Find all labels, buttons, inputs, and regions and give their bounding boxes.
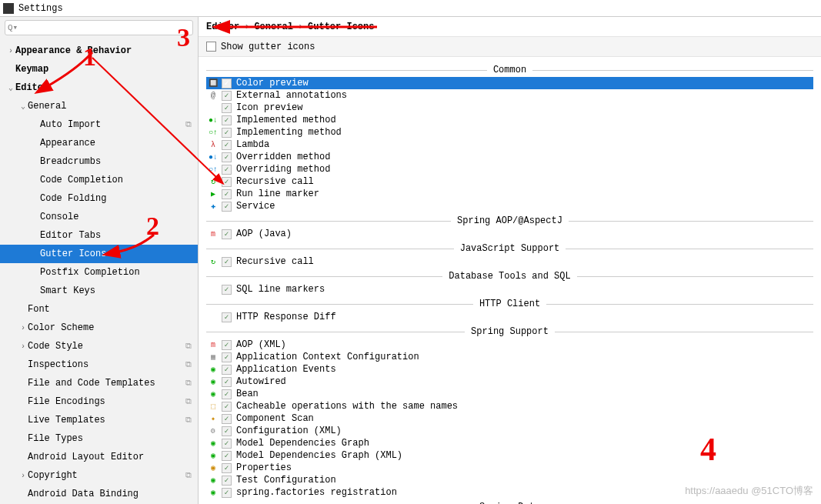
gutter-icon-row[interactable]: ○↑Overriding method bbox=[206, 163, 813, 175]
breadcrumb-general[interactable]: General bbox=[254, 22, 292, 32]
tree-item-editor-tabs[interactable]: Editor Tabs bbox=[0, 226, 198, 245]
gutter-icon-row[interactable]: mAOP (XML) bbox=[206, 339, 813, 351]
gutter-icon-label: Application Events bbox=[235, 364, 336, 375]
tree-item-android-data-binding[interactable]: Android Data Binding bbox=[0, 485, 198, 503]
gutter-icon-row[interactable]: λLambda bbox=[206, 139, 813, 151]
gutter-icon-checkbox[interactable] bbox=[222, 312, 232, 322]
gutter-icon-checkbox[interactable] bbox=[222, 463, 232, 473]
gutter-icon-row[interactable]: ✦Component Scan bbox=[206, 412, 813, 425]
gutter-icon-row[interactable]: ●↓Overridden method bbox=[206, 151, 813, 163]
gutter-icon-row[interactable]: ◉Autowired bbox=[206, 375, 813, 388]
gutter-icon-checkbox[interactable] bbox=[222, 377, 232, 387]
tree-item-file-types[interactable]: File Types bbox=[0, 429, 198, 448]
divider bbox=[206, 70, 487, 71]
gutter-icon-row[interactable]: SQL line markers bbox=[206, 283, 813, 295]
gutter-icon-checkbox[interactable] bbox=[222, 165, 232, 175]
tree-item-file-encodings[interactable]: File Encodings⧉ bbox=[0, 392, 198, 411]
gutter-icon-checkbox[interactable] bbox=[222, 177, 232, 187]
gutter-icon-checkbox[interactable] bbox=[222, 285, 232, 295]
gutter-icon-checkbox[interactable] bbox=[222, 340, 232, 350]
gutter-icon-row[interactable]: ↻Recursive call bbox=[206, 255, 813, 268]
gutter-icon-checkbox[interactable] bbox=[222, 115, 232, 125]
tree-item-code-folding[interactable]: Code Folding bbox=[0, 189, 198, 208]
settings-tree[interactable]: ›Appearance & BehaviorKeymap⌄Editor⌄Gene… bbox=[0, 38, 198, 504]
tree-item-appearance-behavior[interactable]: ›Appearance & Behavior bbox=[0, 42, 198, 60]
gutter-icon-row[interactable]: ▶Run line marker bbox=[206, 188, 813, 200]
gutter-icon-checkbox[interactable] bbox=[222, 229, 232, 239]
tree-item-label: Editor Tabs bbox=[40, 230, 192, 241]
tree-item-label: Color Scheme bbox=[28, 322, 192, 333]
tree-item-code-completion[interactable]: Code Completion bbox=[0, 171, 198, 189]
gutter-icon-row[interactable]: ◉Bean bbox=[206, 388, 813, 400]
tree-item-live-templates[interactable]: Live Templates⧉ bbox=[0, 411, 198, 429]
gutter-icon-row[interactable]: ○↑Implementing method bbox=[206, 126, 813, 139]
tree-item-general[interactable]: ⌄General bbox=[0, 97, 198, 115]
tree-item-auto-import[interactable]: Auto Import⧉ bbox=[0, 115, 198, 134]
tree-item-android-layout-editor[interactable]: Android Layout Editor bbox=[0, 448, 198, 466]
tree-item-editor[interactable]: ⌄Editor bbox=[0, 78, 198, 97]
gutter-icon-checkbox[interactable] bbox=[222, 257, 232, 267]
tree-item-color-scheme[interactable]: ›Color Scheme bbox=[0, 319, 198, 337]
breadcrumb-editor[interactable]: Editor bbox=[206, 22, 239, 32]
tree-item-code-style[interactable]: ›Code Style⧉ bbox=[0, 337, 198, 355]
tree-item-gutter-icons[interactable]: Gutter Icons bbox=[0, 245, 198, 263]
show-gutter-icons-row[interactable]: Show gutter icons bbox=[199, 37, 821, 57]
gutter-icon-row[interactable]: ✚Service bbox=[206, 200, 813, 212]
tree-item-console[interactable]: Console bbox=[0, 208, 198, 226]
gutter-icon-checkbox[interactable] bbox=[222, 402, 232, 412]
show-gutter-icons-checkbox[interactable] bbox=[206, 42, 216, 52]
gutter-icon-checkbox[interactable] bbox=[222, 451, 232, 461]
gutter-icon-row[interactable]: ⚙Configuration (XML) bbox=[206, 425, 813, 437]
gutter-icon-row[interactable]: ◉Model Dependencies Graph (XML) bbox=[206, 449, 813, 462]
gutter-icon-checkbox[interactable] bbox=[222, 91, 232, 101]
gutter-icon-row[interactable]: ◉Test Configuration bbox=[206, 474, 813, 486]
gutter-icon-checkbox[interactable] bbox=[222, 152, 232, 162]
gutter-icon-row[interactable]: ◉Application Events bbox=[206, 363, 813, 375]
scope-icon: ⧉ bbox=[185, 360, 192, 369]
gutter-icon-row[interactable]: ●↓Implemented method bbox=[206, 114, 813, 126]
gutter-icon-row[interactable]: ▦Application Context Configuration bbox=[206, 351, 813, 363]
tree-item-file-and-code-templates[interactable]: File and Code Templates⧉ bbox=[0, 374, 198, 392]
gutter-icon-row[interactable]: ⬚Cacheable operations with the same name… bbox=[206, 400, 813, 412]
gutter-icon: m bbox=[208, 229, 219, 239]
tree-item-keymap[interactable]: Keymap bbox=[0, 60, 198, 78]
tree-item-postfix-completion[interactable]: Postfix Completion bbox=[0, 263, 198, 282]
tree-item-label: Code Style bbox=[28, 341, 185, 352]
tree-item-breadcrumbs[interactable]: Breadcrumbs bbox=[0, 152, 198, 171]
gutter-icon-checkbox[interactable] bbox=[222, 439, 232, 449]
gutter-icon-checkbox[interactable] bbox=[222, 140, 232, 150]
search-input[interactable] bbox=[5, 20, 193, 35]
gutter-icon-checkbox[interactable] bbox=[222, 476, 232, 486]
tree-item-smart-keys[interactable]: Smart Keys bbox=[0, 282, 198, 300]
gutter-icon-row[interactable]: ↻Recursive call bbox=[206, 175, 813, 188]
tree-item-appearance[interactable]: Appearance bbox=[0, 134, 198, 152]
gutter-icon-row[interactable]: Icon preview bbox=[206, 102, 813, 114]
gutter-icon-checkbox[interactable] bbox=[222, 365, 232, 375]
gutter-icon-checkbox[interactable] bbox=[222, 128, 232, 138]
gutter-icon-row[interactable]: ◉Model Dependencies Graph bbox=[206, 437, 813, 449]
gutter-icon-checkbox[interactable] bbox=[222, 103, 232, 113]
gutter-icon-row[interactable]: 🔲Color preview bbox=[206, 77, 813, 89]
gutter-icon-row[interactable]: mAOP (Java) bbox=[206, 228, 813, 240]
gutter-icon-checkbox[interactable] bbox=[222, 488, 232, 498]
tree-item-copyright[interactable]: ›Copyright⧉ bbox=[0, 466, 198, 485]
gutter-icon: ◉ bbox=[208, 438, 219, 449]
gutter-icon-row[interactable]: ◉Properties bbox=[206, 462, 813, 474]
gutter-icon-row[interactable]: ◉spring.factories registration bbox=[206, 486, 813, 499]
gutter-icons-list[interactable]: Common🔲Color preview@External annotation… bbox=[199, 57, 821, 504]
gutter-icon-checkbox[interactable] bbox=[222, 202, 232, 212]
tree-item-label: Appearance & Behavior bbox=[15, 45, 192, 56]
tree-item-inspections[interactable]: Inspections⧉ bbox=[0, 355, 198, 374]
gutter-icon-checkbox[interactable] bbox=[222, 426, 232, 436]
gutter-icon-checkbox[interactable] bbox=[222, 352, 232, 362]
gutter-icon-checkbox[interactable] bbox=[222, 189, 232, 199]
gutter-icon: ⚙ bbox=[208, 426, 219, 436]
gutter-icon-checkbox[interactable] bbox=[222, 78, 232, 88]
gutter-icon-label: External annotations bbox=[235, 90, 347, 101]
gutter-icon-checkbox[interactable] bbox=[222, 389, 232, 399]
gutter-icon: ▶ bbox=[208, 189, 219, 199]
gutter-icon-row[interactable]: @External annotations bbox=[206, 89, 813, 102]
tree-item-font[interactable]: Font bbox=[0, 300, 198, 319]
gutter-icon-checkbox[interactable] bbox=[222, 414, 232, 424]
gutter-icon-row[interactable]: HTTP Response Diff bbox=[206, 311, 813, 323]
